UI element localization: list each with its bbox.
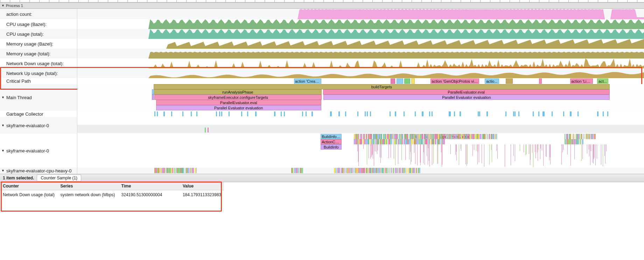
slice[interactable]: BuildInfo ... — [321, 134, 342, 139]
barcode[interactable] — [565, 139, 610, 144]
track-label-cpu_total[interactable]: ▼CPU usage (total): — [0, 29, 77, 39]
time-ruler[interactable] — [0, 0, 644, 2]
gc-tick[interactable] — [302, 111, 303, 116]
col-counter[interactable]: Counter — [0, 182, 57, 190]
gc-tick[interactable] — [432, 111, 433, 116]
barcode[interactable] — [334, 168, 613, 173]
gc-tick[interactable] — [196, 111, 197, 116]
gc-tick[interactable] — [338, 111, 340, 116]
slice[interactable]: ParallelEvaluator.eval — [323, 89, 610, 95]
gc-tick[interactable] — [274, 111, 275, 116]
gc-tick[interactable] — [331, 111, 332, 116]
track-critical-path[interactable]: action 'Creatin...action 'GenObjcProtos … — [77, 78, 644, 84]
track-label-action_count[interactable]: ▼action count: — [0, 9, 77, 19]
gc-tick[interactable] — [422, 111, 423, 116]
slice[interactable] — [152, 89, 154, 95]
gc-tick[interactable] — [306, 111, 307, 116]
track-label-sky0a[interactable]: ▼ skyframe-evaluator-0 — [0, 117, 77, 134]
gc-tick[interactable] — [544, 111, 545, 116]
track-net_down[interactable] — [77, 59, 644, 68]
table-row[interactable]: Network Down usage (total) system networ… — [0, 190, 224, 200]
gc-tick[interactable] — [345, 111, 346, 116]
track-sky0a[interactable] — [77, 117, 644, 134]
track-action_count[interactable] — [77, 9, 644, 19]
gc-tick[interactable] — [365, 111, 366, 116]
barcode[interactable] — [354, 134, 559, 139]
gc-tick[interactable] — [429, 111, 430, 116]
barcode[interactable] — [154, 168, 262, 173]
col-value[interactable]: Value — [180, 182, 224, 190]
track-cpu_bazel[interactable] — [77, 19, 644, 29]
gc-tick[interactable] — [578, 111, 579, 116]
slice[interactable] — [152, 95, 154, 100]
track-label-sky0b[interactable]: ▼ skyframe-evaluator-0 — [0, 134, 77, 167]
gc-tick[interactable] — [157, 111, 158, 116]
gc-tick[interactable] — [255, 111, 257, 116]
slice[interactable]: buildTargets — [154, 84, 609, 89]
gc-tick[interactable] — [597, 111, 598, 116]
track-net_up[interactable] — [77, 68, 644, 78]
slice[interactable]: runAnalysisPhase — [154, 89, 322, 95]
gc-tick[interactable] — [163, 111, 164, 116]
slice[interactable] — [411, 78, 415, 84]
slice[interactable]: skyframeExecutor.configureTargets — [154, 95, 322, 100]
gc-tick[interactable] — [370, 111, 371, 116]
slice[interactable] — [397, 78, 404, 84]
gc-tick[interactable] — [563, 111, 564, 116]
gc-tick[interactable] — [505, 111, 506, 116]
col-series[interactable]: Series — [57, 182, 118, 190]
track-cpu_total[interactable] — [77, 29, 644, 39]
track-label-critical-path[interactable]: ▼Critical Path — [0, 78, 77, 84]
gc-tick[interactable] — [247, 111, 248, 116]
slice[interactable]: Parallel Evaluator evaluation — [156, 105, 321, 110]
slice[interactable]: action 'Creatin... — [294, 78, 321, 84]
slice[interactable]: ParallelEvaluator.eval — [156, 100, 321, 105]
barcode[interactable] — [291, 168, 326, 173]
gc-tick[interactable] — [216, 111, 217, 116]
slice[interactable]: BuildInfo — [321, 144, 342, 150]
gc-tick[interactable] — [281, 111, 282, 116]
track-label-sky-cpu[interactable]: ▼ skyframe-evaluator-cpu-heavy-0 — [0, 167, 77, 174]
gc-tick[interactable] — [312, 111, 313, 116]
gc-tick[interactable] — [357, 111, 358, 116]
gc-tick[interactable] — [538, 111, 539, 116]
slice[interactable] — [506, 78, 513, 84]
track-sky0b[interactable]: BuildInfo ...stag...stag...stage.remote.… — [77, 134, 644, 167]
track-mem_total[interactable] — [77, 49, 644, 59]
slice[interactable]: ActionConti... — [321, 139, 342, 144]
slice[interactable]: action 'Linking go... — [570, 78, 593, 84]
slice[interactable]: act... — [597, 78, 609, 84]
track-label-net_up[interactable]: ▼Network Up usage (total): — [0, 68, 77, 78]
track-label-cpu_bazel[interactable]: ▼CPU usage (Bazel): — [0, 19, 77, 29]
gc-tick[interactable] — [450, 111, 451, 116]
gc-tick[interactable] — [191, 111, 192, 116]
track-sky-cpu[interactable] — [77, 167, 644, 174]
gc-tick[interactable] — [454, 111, 455, 116]
track-label-gc[interactable]: ▼Garbage Collector — [0, 111, 77, 117]
process-header[interactable]: ▼ Process 1 — [0, 2, 644, 9]
gc-tick[interactable] — [533, 111, 534, 116]
gc-tick[interactable] — [518, 111, 519, 116]
slice[interactable]: Parallel Evaluator evaluation — [323, 95, 609, 100]
gc-tick[interactable] — [404, 111, 405, 116]
gc-tick[interactable] — [395, 111, 396, 116]
track-label-mem_bazel[interactable]: ▼Memory usage (Bazel): — [0, 39, 77, 49]
gc-tick[interactable] — [221, 111, 222, 116]
track-label-net_down[interactable]: ▼Network Down usage (total): — [0, 59, 77, 68]
gc-tick[interactable] — [171, 111, 172, 116]
slice[interactable]: actio... — [485, 78, 499, 84]
track-mem_bazel[interactable] — [77, 39, 644, 49]
barcode[interactable] — [354, 139, 559, 144]
gc-tick[interactable] — [219, 111, 220, 116]
slice[interactable] — [404, 78, 410, 84]
gc-tick[interactable] — [415, 111, 416, 116]
slice[interactable] — [539, 78, 542, 84]
gc-tick[interactable] — [479, 111, 480, 116]
slice[interactable] — [391, 78, 395, 84]
gc-tick[interactable] — [367, 111, 368, 116]
gc-tick[interactable] — [460, 111, 461, 116]
gc-tick[interactable] — [570, 111, 571, 116]
gc-tick[interactable] — [229, 111, 230, 116]
gc-tick[interactable] — [486, 111, 488, 116]
gc-tick[interactable] — [241, 111, 242, 116]
